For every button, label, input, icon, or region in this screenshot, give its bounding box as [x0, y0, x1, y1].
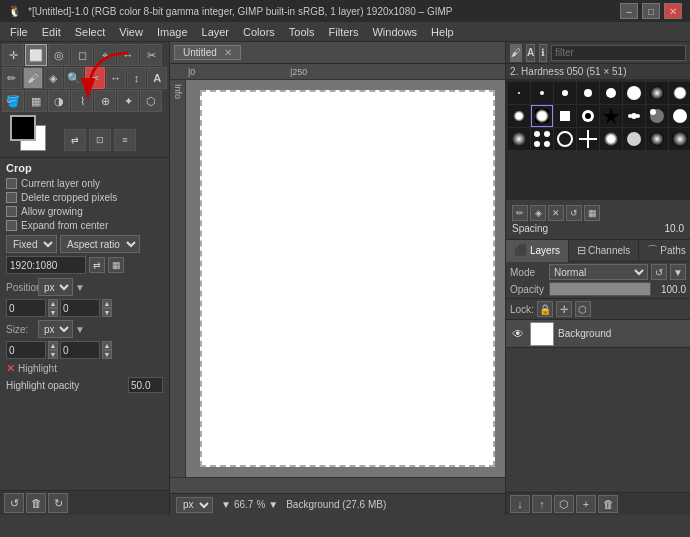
menu-windows[interactable]: Windows: [366, 23, 423, 41]
canvas-close-icon[interactable]: ✕: [224, 47, 232, 58]
y-pos-up-button[interactable]: ▲: [102, 299, 112, 308]
brush-item-18[interactable]: [531, 128, 553, 150]
tool-clone[interactable]: ⊕: [94, 90, 116, 112]
brush-item-star[interactable]: [600, 105, 622, 127]
tool-pencil[interactable]: ✏: [2, 67, 22, 89]
allow-growing-checkbox[interactable]: [6, 206, 17, 217]
minimize-button[interactable]: –: [620, 3, 638, 19]
width-down-button[interactable]: ▼: [48, 350, 58, 359]
y-pos-down-button[interactable]: ▼: [102, 308, 112, 317]
width-up-button[interactable]: ▲: [48, 341, 58, 350]
brush-item-23[interactable]: [646, 128, 668, 150]
canvas-tab[interactable]: Untitled ✕: [174, 45, 241, 60]
brush-item-9[interactable]: [508, 105, 530, 127]
reset-tool-button[interactable]: ↺: [4, 493, 24, 513]
brush-item-7[interactable]: [646, 82, 668, 104]
brush-item-10[interactable]: [531, 105, 553, 127]
tool-transform[interactable]: ↔: [106, 67, 126, 89]
layer-mode-options-button[interactable]: ▼: [670, 264, 686, 280]
brush-item-17[interactable]: [508, 128, 530, 150]
layer-visibility-icon[interactable]: 👁: [510, 326, 526, 342]
menu-help[interactable]: Help: [425, 23, 460, 41]
menu-select[interactable]: Select: [69, 23, 112, 41]
y-position-input[interactable]: [60, 299, 100, 317]
brush-item-4[interactable]: [577, 82, 599, 104]
dynamics-icon-4[interactable]: ↺: [566, 205, 582, 221]
menu-edit[interactable]: Edit: [36, 23, 67, 41]
tool-fill[interactable]: 🪣: [2, 90, 24, 112]
x-position-input[interactable]: [6, 299, 46, 317]
tool-rect-select[interactable]: ⬜: [25, 44, 47, 66]
expand-from-center-checkbox[interactable]: [6, 220, 17, 231]
add-layer-button[interactable]: +: [576, 495, 596, 513]
menu-filters[interactable]: Filters: [323, 23, 365, 41]
highlight-opacity-input[interactable]: [128, 377, 163, 393]
position-unit-select[interactable]: px: [38, 278, 73, 296]
tool-gradient[interactable]: ▦: [25, 90, 47, 112]
swap-colors-button[interactable]: ⇄: [64, 129, 86, 151]
canvas-inner[interactable]: [186, 80, 505, 477]
unit-select[interactable]: px: [176, 497, 213, 513]
move-layer-down-button[interactable]: ↓: [510, 495, 530, 513]
tool-heal[interactable]: ✦: [117, 90, 139, 112]
brush-item-2[interactable]: [531, 82, 553, 104]
tool-move[interactable]: ✛: [2, 44, 24, 66]
layer-mode-refresh-button[interactable]: ↺: [651, 264, 667, 280]
tool-perspective[interactable]: ⬡: [140, 90, 162, 112]
layer-item-background[interactable]: 👁 Background: [506, 320, 690, 348]
tool-dodge[interactable]: ◑: [48, 90, 70, 112]
info-button[interactable]: ℹ: [539, 44, 547, 62]
filter-input[interactable]: [551, 45, 686, 61]
tool-ellipse-select[interactable]: ◎: [48, 44, 70, 66]
tab-paths[interactable]: ⌒ Paths: [639, 240, 690, 262]
tool-zoom[interactable]: 🔍: [64, 67, 84, 89]
delete-tool-button[interactable]: 🗑: [26, 493, 46, 513]
tool-smudge[interactable]: ⌇: [71, 90, 93, 112]
menu-file[interactable]: File: [4, 23, 34, 41]
tool-flip[interactable]: ↕: [127, 67, 147, 89]
highlight-close-icon[interactable]: ✕: [6, 362, 15, 375]
aspect-ratio-select[interactable]: Aspect ratio: [60, 235, 140, 253]
lock-pixels-button[interactable]: 🔒: [537, 301, 553, 317]
maximize-button[interactable]: □: [642, 3, 660, 19]
height-size-input[interactable]: [60, 341, 100, 359]
lock-all-button[interactable]: ⬡: [575, 301, 591, 317]
paint-mode-button[interactable]: 🖌: [510, 44, 522, 62]
brush-item-14[interactable]: [623, 105, 645, 127]
lock-position-button[interactable]: ✛: [556, 301, 572, 317]
delete-layer-button[interactable]: 🗑: [598, 495, 618, 513]
tool-select-by-color[interactable]: ↔: [117, 44, 139, 66]
tab-layers[interactable]: ⬛ Layers: [506, 240, 569, 262]
layer-mode-select[interactable]: Normal: [549, 264, 648, 280]
menu-layer[interactable]: Layer: [196, 23, 236, 41]
height-up-button[interactable]: ▲: [102, 341, 112, 350]
dimension-options-button[interactable]: ▦: [108, 257, 124, 273]
menu-view[interactable]: View: [113, 23, 149, 41]
menu-colors[interactable]: Colors: [237, 23, 281, 41]
delete-cropped-checkbox[interactable]: [6, 192, 17, 203]
dynamics-icon-5[interactable]: ▦: [584, 205, 600, 221]
move-layer-up-button[interactable]: ↑: [532, 495, 552, 513]
tool-crop[interactable]: ✂: [85, 67, 105, 89]
brush-item-19[interactable]: [554, 128, 576, 150]
close-button[interactable]: ✕: [664, 3, 682, 19]
brush-item-20[interactable]: [577, 128, 599, 150]
width-size-input[interactable]: [6, 341, 46, 359]
x-pos-down-button[interactable]: ▼: [48, 308, 58, 317]
brush-item-21[interactable]: [600, 128, 622, 150]
tool-paintbrush[interactable]: 🖌: [23, 67, 43, 89]
tool-free-select[interactable]: ◻: [71, 44, 93, 66]
height-down-button[interactable]: ▼: [102, 350, 112, 359]
bg-fg-mode-button[interactable]: ≡: [114, 129, 136, 151]
brush-item-15[interactable]: [646, 105, 668, 127]
dimension-input[interactable]: [6, 256, 86, 274]
tab-channels[interactable]: ⊟ Channels: [569, 240, 639, 262]
opacity-slider[interactable]: [549, 282, 651, 296]
menu-tools[interactable]: Tools: [283, 23, 321, 41]
brush-item-12[interactable]: [577, 105, 599, 127]
brush-item-16[interactable]: [669, 105, 690, 127]
tool-scissors[interactable]: ✂: [140, 44, 162, 66]
brush-item-24[interactable]: [669, 128, 690, 150]
tool-eraser[interactable]: ◈: [44, 67, 64, 89]
dynamics-icon-2[interactable]: ◈: [530, 205, 546, 221]
